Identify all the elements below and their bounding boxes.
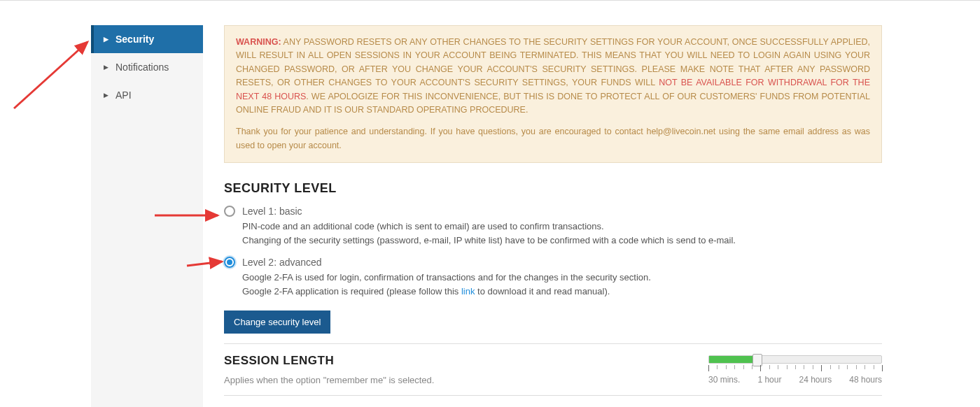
change-security-level-button[interactable]: Change security level (224, 310, 330, 334)
main-content: WARNING: ANY PASSWORD RESETS OR ANY OTHE… (224, 25, 882, 407)
warning-box: WARNING: ANY PASSWORD RESETS OR ANY OTHE… (224, 25, 882, 163)
chevron-right-icon: ▶ (104, 92, 108, 99)
warning-thanks: Thank you for your patience and understa… (236, 125, 870, 152)
sidebar-item-notifications[interactable]: ▶ Notifications (91, 53, 203, 81)
level-2-desc-2: Google 2-FA application is required (ple… (242, 285, 882, 299)
security-level-title: SECURITY LEVEL (224, 181, 882, 196)
chevron-right-icon: ▶ (104, 64, 108, 71)
radio-level-1-label: Level 1: basic (242, 206, 302, 217)
level-2-desc-1: Google 2-FA is used for login, confirmat… (242, 271, 882, 285)
level-1-desc-1: PIN-code and an additional code (which i… (242, 220, 882, 234)
session-length-slider[interactable]: 30 mins. 1 hour 24 hours 48 hours (708, 354, 882, 385)
sidebar-item-api[interactable]: ▶ API (91, 81, 203, 109)
warning-prefix: WARNING: (236, 37, 281, 47)
session-length-title: SESSION LENGTH (224, 354, 434, 368)
session-length-section: SESSION LENGTH Applies when the option "… (224, 344, 882, 396)
warning-text-2: . WE APOLOGIZE FOR THIS INCONVENIENCE, B… (236, 92, 870, 115)
password-section: PASSWORD Change password (224, 396, 882, 407)
slider-label-48h: 48 hours (849, 375, 882, 385)
slider-label-24h: 24 hours (799, 375, 832, 385)
radio-level-2-label: Level 2: advanced (242, 257, 322, 268)
security-level-1: Level 1: basic PIN-code and an additiona… (224, 206, 882, 247)
sidebar: ▶ Security ▶ Notifications ▶ API (91, 25, 203, 407)
level-1-desc-2: Changing of the security settings (passw… (242, 234, 882, 248)
sidebar-item-label: Notifications (115, 62, 169, 73)
chevron-right-icon: ▶ (104, 36, 108, 43)
sidebar-item-label: API (115, 90, 132, 101)
slider-label-1h: 1 hour (757, 375, 781, 385)
slider-ticks (708, 365, 882, 372)
download-link[interactable]: link (461, 286, 475, 297)
sidebar-item-security[interactable]: ▶ Security (91, 25, 203, 53)
sidebar-item-label: Security (115, 34, 154, 45)
security-level-2: Level 2: advanced Google 2-FA is used fo… (224, 257, 882, 298)
session-length-sub: Applies when the option "remember me" is… (224, 375, 434, 385)
radio-level-2[interactable] (224, 257, 235, 268)
radio-level-1[interactable] (224, 206, 235, 217)
slider-label-30m: 30 mins. (708, 375, 740, 385)
